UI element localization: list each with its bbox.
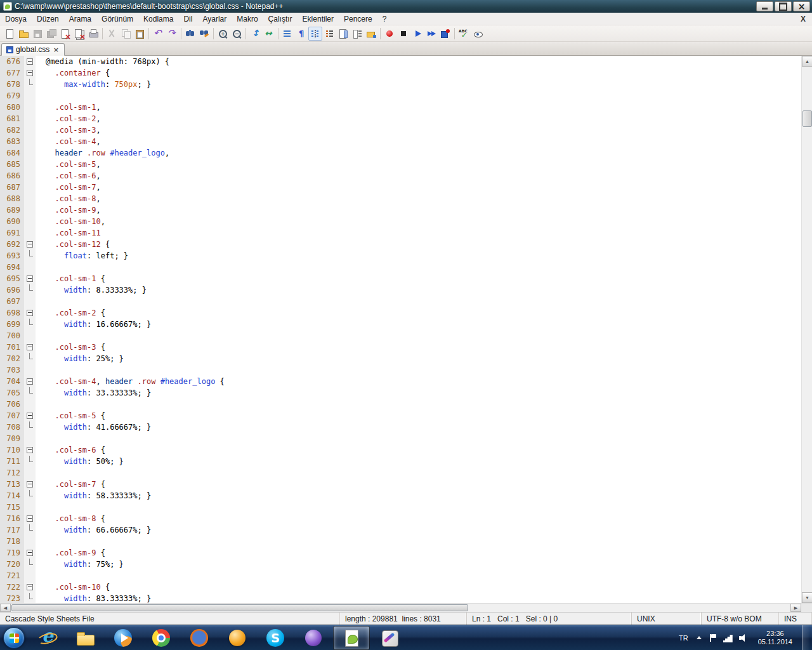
taskbar-clock[interactable]: 23:36 05.11.2014: [754, 630, 796, 646]
fold-toggle[interactable]: [24, 56, 36, 67]
folder-as-workspace-button[interactable]: [364, 27, 378, 41]
tab-global-css[interactable]: global.css: [1, 43, 65, 56]
save-all-button[interactable]: [44, 27, 58, 41]
redo-button[interactable]: [165, 27, 179, 41]
undo-button[interactable]: [151, 27, 165, 41]
taskbar-chrome-button[interactable]: [143, 626, 180, 650]
vertical-scrollbar-thumb[interactable]: [802, 110, 812, 127]
print-button[interactable]: [86, 27, 100, 41]
open-file-button[interactable]: [16, 27, 30, 41]
fold-toggle[interactable]: [24, 307, 36, 319]
fold-toggle[interactable]: [24, 513, 36, 524]
taskbar-orange-app-button[interactable]: [219, 626, 256, 650]
menu-item-5[interactable]: Dil: [178, 13, 197, 25]
close-button[interactable]: [793, 1, 810, 11]
menu-item-4[interactable]: Kodlama: [138, 13, 178, 25]
paste-button[interactable]: [133, 27, 147, 41]
taskbar-skype-button[interactable]: [257, 626, 294, 650]
menu-item-7[interactable]: Makro: [232, 13, 263, 25]
line-number: 704: [0, 376, 24, 387]
language-indicator[interactable]: TR: [676, 633, 691, 643]
replace-button[interactable]: [197, 27, 211, 41]
horizontal-scrollbar-thumb[interactable]: [11, 604, 468, 611]
scroll-up-arrow[interactable]: ▲: [802, 56, 812, 67]
macro-play-button[interactable]: [410, 27, 424, 41]
menu-item-10[interactable]: Pencere: [339, 13, 377, 25]
document-monitor-button[interactable]: [471, 27, 485, 41]
taskbar-notepad-plus-plus-button[interactable]: [333, 626, 370, 650]
save-button[interactable]: [30, 27, 44, 41]
action-center-icon[interactable]: [707, 633, 717, 643]
menu-item-8[interactable]: Çalıştır: [263, 13, 298, 25]
macro-save-button[interactable]: [438, 27, 452, 41]
volume-icon[interactable]: [738, 633, 749, 643]
fold-toggle[interactable]: [24, 581, 36, 593]
macro-record-button[interactable]: [383, 27, 396, 41]
new-file-button[interactable]: [3, 27, 16, 41]
zoom-in-button[interactable]: [216, 27, 230, 41]
word-wrap-button[interactable]: [280, 27, 294, 41]
fold-toggle[interactable]: [24, 239, 36, 250]
new-file-icon: [4, 29, 15, 39]
taskbar-media-player-button[interactable]: [105, 626, 141, 650]
fold-toggle[interactable]: [24, 376, 36, 387]
start-button[interactable]: [0, 625, 28, 650]
menubar-close-button[interactable]: X: [794, 15, 812, 23]
scroll-down-arrow[interactable]: ▼: [802, 592, 812, 603]
menu-item-1[interactable]: Düzen: [32, 13, 64, 25]
editor-line: 707 .col-sm-5 {: [0, 410, 801, 421]
show-desktop-button[interactable]: [802, 625, 809, 650]
code-text: .col-sm-9,: [36, 204, 101, 216]
function-list-button[interactable]: [322, 27, 336, 41]
fold-toggle[interactable]: [24, 479, 36, 490]
document-list-button[interactable]: [350, 27, 364, 41]
taskbar-purple-app-button[interactable]: [295, 626, 332, 650]
scroll-left-arrow[interactable]: ◀: [0, 604, 11, 612]
scroll-right-arrow[interactable]: ▶: [790, 604, 801, 612]
document-map-button[interactable]: [336, 27, 350, 41]
copy-button[interactable]: [119, 27, 133, 41]
show-all-characters-button[interactable]: [294, 27, 308, 41]
cut-button[interactable]: [105, 27, 119, 41]
line-number: 696: [0, 284, 24, 296]
menu-item-9[interactable]: Eklentiler: [298, 13, 339, 25]
maximize-button[interactable]: [775, 1, 792, 11]
fold-toggle[interactable]: [24, 547, 36, 559]
fold-toggle[interactable]: [24, 67, 36, 79]
fold-margin: [24, 262, 36, 273]
taskbar-internet-explorer-button[interactable]: [29, 626, 65, 650]
zoom-out-button[interactable]: [230, 27, 244, 41]
spell-check-button[interactable]: [457, 27, 471, 41]
menu-item-0[interactable]: Dosya: [0, 13, 32, 25]
horizontal-scrollbar[interactable]: ◀ ▶: [0, 603, 812, 612]
menu-item-3[interactable]: Görünüm: [96, 13, 138, 25]
fold-toggle[interactable]: [24, 342, 36, 353]
indent-guide-button[interactable]: [308, 27, 322, 41]
code-text: width: 50%; }: [36, 456, 124, 467]
vertical-scrollbar[interactable]: ▲ ▼: [801, 56, 812, 603]
tab-close-icon[interactable]: [52, 46, 60, 53]
code-text: .col-sm-11: [36, 227, 101, 239]
sync-horizontal-button[interactable]: [262, 27, 276, 41]
fold-margin: [24, 456, 36, 467]
find-button[interactable]: [183, 27, 197, 41]
close-all-button[interactable]: [72, 27, 86, 41]
line-number: 690: [0, 216, 24, 227]
macro-run-multiple-button[interactable]: [424, 27, 438, 41]
sync-vertical-button[interactable]: [248, 27, 262, 41]
fold-toggle[interactable]: [24, 273, 36, 284]
fold-toggle[interactable]: [24, 410, 36, 421]
close-button[interactable]: [58, 27, 72, 41]
taskbar-windows-explorer-button[interactable]: [67, 626, 103, 650]
hidden-icons-chevron-icon[interactable]: [697, 636, 702, 639]
editor-lines[interactable]: 676@media (min-width: 768px) {677 .conta…: [0, 56, 801, 603]
macro-stop-button[interactable]: [396, 27, 410, 41]
taskbar-graphics-app-button[interactable]: [371, 626, 408, 650]
menu-item-2[interactable]: Arama: [64, 13, 96, 25]
minimize-button[interactable]: [756, 1, 773, 11]
fold-toggle[interactable]: [24, 444, 36, 456]
menu-item-11[interactable]: ?: [377, 13, 392, 25]
taskbar-firefox-button[interactable]: [181, 626, 218, 650]
network-icon[interactable]: [723, 635, 733, 642]
menu-item-6[interactable]: Ayarlar: [197, 13, 232, 25]
